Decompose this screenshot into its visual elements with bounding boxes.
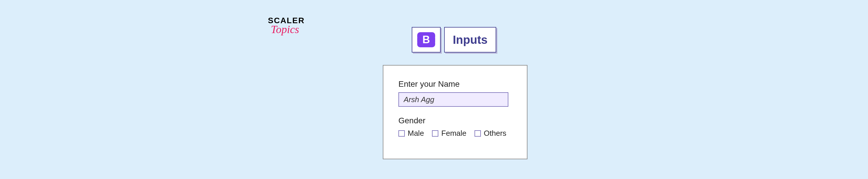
name-field-label: Enter your Name [398,79,512,89]
header-badges: { B } Inputs [412,27,496,52]
inputs-title-badge: Inputs [444,27,496,52]
checkbox-label-male: Male [408,129,424,138]
gender-checkbox-group: Male Female Others [398,129,512,138]
checkbox-male[interactable] [398,130,405,137]
checkbox-female[interactable] [432,130,438,137]
checkbox-label-others: Others [484,129,506,138]
checkbox-label-female: Female [441,129,466,138]
form-container: Enter your Name Gender Male Female Other… [383,65,527,159]
page-title: Inputs [453,33,488,46]
name-input[interactable] [398,92,508,107]
bootstrap-icon: { B } [417,32,435,47]
bootstrap-icon-badge: { B } [412,27,441,52]
checkbox-item-others: Others [474,129,506,138]
scaler-topics-logo: SCALER Topics [268,16,305,36]
checkbox-item-female: Female [432,129,466,138]
gender-section: Gender Male Female Others [398,116,512,138]
checkbox-others[interactable] [474,130,481,137]
gender-field-label: Gender [398,116,512,125]
checkbox-item-male: Male [398,129,424,138]
